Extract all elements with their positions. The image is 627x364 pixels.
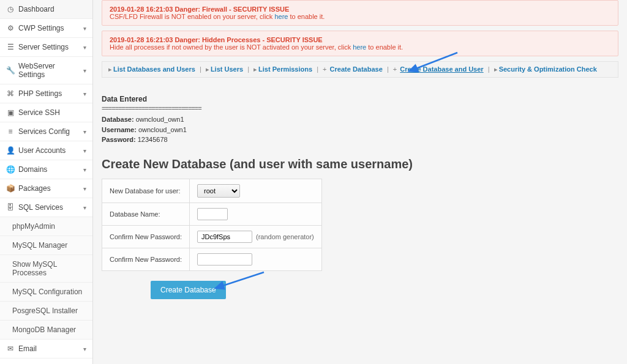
sidebar-item-dns-functions[interactable]: ☷DNS Functions▾ (0, 358, 92, 364)
breadcrumbs: ▸List Databases and Users | ▸List Users … (102, 61, 618, 78)
alert-firewall-link[interactable]: here (274, 13, 288, 20)
chevron-down-icon: ▾ (83, 91, 86, 97)
alert-firewall: 2019-01-28 16:21:03 Danger: Firewall - S… (102, 0, 618, 26)
sidebar-sub-mongodb-manager[interactable]: MongoDB Manager (0, 321, 92, 340)
create-db-form: New Database for user: root Database Nam… (102, 179, 322, 271)
sidebar-item-sql-services[interactable]: 🗄SQL Services▾ (0, 198, 92, 217)
data-entered-block: Data Entered ===========================… (102, 95, 618, 145)
sidebar-item-services-config[interactable]: ≡Services Config▾ (0, 122, 92, 141)
section-title: Create New Database (and user with same … (102, 157, 618, 171)
chevron-down-icon: ▾ (83, 166, 86, 173)
breadcrumb-create-db-and-user[interactable]: Create Database and User (400, 65, 483, 73)
dbname-input[interactable] (197, 208, 228, 220)
plus-icon: + (323, 65, 326, 73)
breadcrumb-create-db[interactable]: Create Database (330, 65, 383, 73)
server-icon: ☰ (6, 43, 15, 51)
caret-icon: ▸ (206, 65, 209, 73)
main-content: 2019-01-28 16:21:03 Danger: Firewall - S… (93, 0, 627, 364)
sidebar-item-email[interactable]: ✉Email▾ (0, 340, 92, 358)
sidebar: ◷Dashboard ⚙CWP Settings▾ ☰Server Settin… (0, 0, 93, 364)
alert-hidden-processes: 2019-01-28 16:21:03 Danger: Hidden Proce… (102, 31, 618, 56)
password-confirm-input[interactable] (197, 253, 252, 266)
caret-icon: ▸ (108, 65, 112, 73)
chevron-down-icon: ▾ (83, 25, 86, 32)
sidebar-sub-posgresql-installer[interactable]: PosgreSQL Installer (0, 302, 92, 321)
sidebar-item-service-ssh[interactable]: ▣Service SSH (0, 103, 92, 122)
sidebar-item-php-settings[interactable]: ⌘PHP Settings▾ (0, 84, 92, 103)
password-input[interactable] (197, 231, 252, 243)
sidebar-item-server-settings[interactable]: ☰Server Settings▾ (0, 38, 92, 57)
chevron-down-icon: ▾ (83, 67, 86, 74)
chevron-down-icon: ▾ (83, 44, 86, 51)
sidebar-item-user-accounts[interactable]: 👤User Accounts▾ (0, 141, 92, 160)
form-label-user: New Database for user: (102, 179, 190, 202)
gears-icon: ⚙ (6, 24, 15, 32)
chevron-down-icon: ▾ (83, 147, 86, 154)
sidebar-item-domains[interactable]: 🌐Domains▾ (0, 160, 92, 179)
plus-icon: + (393, 65, 397, 73)
user-icon: 👤 (6, 146, 15, 155)
form-label-dbname: Database Name: (102, 202, 190, 225)
sidebar-item-cwp-settings[interactable]: ⚙CWP Settings▾ (0, 19, 92, 38)
list-icon: ≡ (6, 127, 15, 136)
breadcrumb-list-permissions[interactable]: List Permissions (258, 65, 312, 73)
random-generator-hint[interactable]: (random generator) (256, 233, 314, 240)
sidebar-sub-phpmyadmin[interactable]: phpMyAdmin (0, 217, 92, 236)
data-entered-heading: Data Entered (102, 95, 618, 103)
create-database-button[interactable]: Create Database (151, 281, 226, 299)
globe-icon: 🌐 (6, 165, 15, 174)
form-label-pass2: Confirm New Password: (102, 248, 190, 270)
chevron-down-icon: ▾ (83, 128, 86, 135)
chevron-down-icon: ▾ (83, 185, 86, 192)
user-select[interactable]: root (197, 184, 240, 198)
sidebar-item-dashboard[interactable]: ◷Dashboard (0, 0, 92, 19)
sidebar-sub-mysql-configuration[interactable]: MySQL Configuration (0, 283, 92, 302)
chevron-down-icon: ▾ (83, 346, 86, 352)
breadcrumb-list-db-users[interactable]: List Databases and Users (113, 65, 195, 73)
terminal-icon: ▣ (6, 108, 15, 117)
speedometer-icon: ◷ (6, 5, 15, 13)
caret-icon: ▸ (253, 65, 257, 73)
alert-hidden-link[interactable]: here (353, 43, 366, 51)
database-icon: 🗄 (6, 203, 15, 212)
breadcrumb-security-check[interactable]: Security & Optimization Check (499, 65, 597, 73)
package-icon: 📦 (6, 184, 15, 193)
sidebar-item-packages[interactable]: 📦Packages▾ (0, 179, 92, 198)
breadcrumb-list-users[interactable]: List Users (211, 65, 243, 73)
wrench-icon: 🔧 (6, 66, 15, 75)
chevron-down-icon: ▾ (83, 204, 86, 211)
sidebar-sub-show-mysql-processes[interactable]: Show MySQL Processes (0, 255, 92, 283)
form-label-pass: Confirm New Password: (102, 225, 190, 248)
caret-icon: ▸ (494, 65, 498, 73)
envelope-icon: ✉ (6, 344, 15, 353)
sidebar-sub-mysql-manager[interactable]: MySQL Manager (0, 236, 92, 255)
sidebar-item-webserver-settings[interactable]: 🔧WebServer Settings▾ (0, 57, 92, 84)
php-icon: ⌘ (6, 89, 15, 98)
